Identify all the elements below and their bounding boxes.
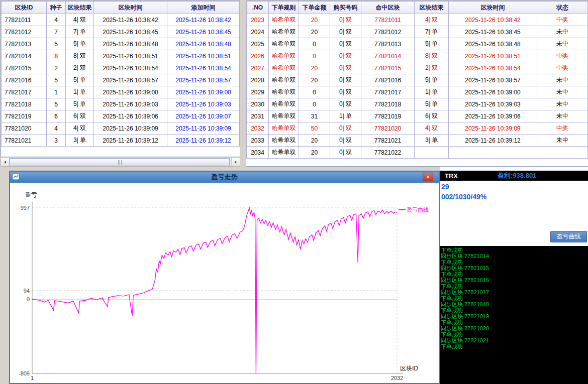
cell: 2025-11-26 10:39:00 <box>94 86 167 98</box>
cell: 77821016 <box>2 74 47 86</box>
cell: 中奖 <box>537 62 588 74</box>
cell: 0| 双 <box>330 26 361 38</box>
cell: 2025-11-26 10:39:07 <box>167 110 240 122</box>
log-line: 同步区块 77821017 <box>441 289 588 295</box>
cell: 中奖 <box>537 50 588 62</box>
cell: 2024 <box>247 26 269 38</box>
cell: 77821021 <box>361 135 415 147</box>
dialog-titlebar[interactable]: 盈亏走势 × <box>10 172 439 183</box>
profit-trend-dialog: 盈亏走势 × 997940-80912032 盈亏曲线 盈亏 区块ID <box>9 171 440 384</box>
table-row[interactable]: 7782102133| 单2025-11-26 10:39:122025-11-… <box>2 135 240 147</box>
column-header[interactable]: 下单金额 <box>299 2 330 14</box>
table-row[interactable]: 2024哈希单双200| 双778210127| 单2025-11-26 10:… <box>247 26 588 38</box>
column-header[interactable]: 区块时间 <box>449 2 537 14</box>
scroll-right-button[interactable] <box>231 158 240 166</box>
block-list-panel: 区块ID种子区块结果区块时间添加时间 7782101144| 双2025-11-… <box>1 1 240 157</box>
table-row[interactable]: 7782102044| 双2025-11-26 10:39:092025-11-… <box>2 122 240 135</box>
cell: 未中 <box>537 98 588 110</box>
table-row[interactable]: 2027哈希单双200| 双778210152| 双2025-11-26 10:… <box>247 62 588 74</box>
cell: 5| 单 <box>415 74 449 86</box>
table-row[interactable]: 7782101711| 单2025-11-26 10:39:002025-11-… <box>2 86 240 98</box>
cell: 77821017 <box>2 86 47 98</box>
cell: 2025-11-26 10:38:45 <box>94 26 167 38</box>
scroll-left-button[interactable] <box>1 158 10 166</box>
log-line: 同步区块 77821021 <box>441 337 588 343</box>
cell: 2025-11-26 10:38:48 <box>94 38 167 50</box>
column-header[interactable]: 状态 <box>537 2 588 14</box>
table-row[interactable]: 2025哈希单双00| 双778210135| 单2025-11-26 10:3… <box>247 38 588 50</box>
svg-text:0: 0 <box>27 296 30 302</box>
cell: 2023 <box>247 14 269 26</box>
column-header[interactable]: 区块结果 <box>66 2 94 14</box>
cell <box>537 147 588 159</box>
column-header[interactable]: 区块结果 <box>415 2 449 14</box>
table-header-row: 区块ID种子区块结果区块时间添加时间 <box>2 2 240 14</box>
column-header[interactable]: 区块ID <box>2 2 47 14</box>
column-header[interactable]: 区块时间 <box>94 2 167 14</box>
table-row[interactable]: 7782101655| 单2025-11-26 10:38:572025-11-… <box>2 74 240 86</box>
cell: 8| 双 <box>415 50 449 62</box>
stat-line-1: 29 <box>441 182 486 192</box>
table-row[interactable]: 2032哈希单双500| 双778210204| 双2025-11-26 10:… <box>247 122 588 135</box>
cell: 2031 <box>247 110 269 122</box>
table-row[interactable]: 7782101966| 双2025-11-26 10:39:062025-11-… <box>2 110 240 122</box>
table-row[interactable]: 2034哈希单双200| 双77821022 <box>247 147 588 159</box>
y-axis-title: 盈亏 <box>25 191 37 198</box>
table-row[interactable]: 2028哈希单双200| 双778210165| 单2025-11-26 10:… <box>247 74 588 86</box>
table-row[interactable]: 2030哈希单双00| 双778210185| 单2025-11-26 10:3… <box>247 98 588 110</box>
column-header[interactable]: 种子 <box>47 2 66 14</box>
column-header[interactable]: 添加时间 <box>167 2 240 14</box>
table-row[interactable]: 2023哈希单双200| 双778210114| 双2025-11-26 10:… <box>247 14 588 26</box>
cell: 2025-11-26 10:39:09 <box>167 122 240 135</box>
table-row[interactable]: 2029哈希单双00| 双778210171| 单2025-11-26 10:3… <box>247 86 588 98</box>
cell: 2025-11-26 10:38:57 <box>449 74 537 86</box>
cell: 2025-11-26 10:38:51 <box>94 50 167 62</box>
table-header-row: .NO下单规则下单金额购买号码命中区块区块结果区块时间状态 <box>247 2 588 14</box>
cell: 2025-11-26 10:39:00 <box>449 86 537 98</box>
cell: 3 <box>47 135 66 147</box>
cell: 2025-11-26 10:39:12 <box>167 135 240 147</box>
table-row[interactable]: 7782101355| 单2025-11-26 10:38:482025-11-… <box>2 38 240 50</box>
cell: 0| 双 <box>330 38 361 50</box>
table-row[interactable]: 2026哈希单双00| 双778210148| 双2025-11-26 10:3… <box>247 50 588 62</box>
table-row[interactable]: 7782101144| 双2025-11-26 10:38:422025-11-… <box>2 14 240 26</box>
cell: 哈希单双 <box>269 147 299 159</box>
table-row[interactable]: 7782101855| 单2025-11-26 10:39:032025-11-… <box>2 98 240 110</box>
cell: 0| 双 <box>330 98 361 110</box>
log-line: 下单成功 <box>441 343 588 349</box>
table-row[interactable]: 2033哈希单双200| 双778210213| 单2025-11-26 10:… <box>247 135 588 147</box>
close-button[interactable]: × <box>423 173 433 181</box>
cell: 77821019 <box>2 110 47 122</box>
cell: 4 <box>47 14 66 26</box>
column-header[interactable]: .NO <box>247 2 269 14</box>
cell: 2025-11-26 10:38:54 <box>167 62 240 74</box>
cell: 77821018 <box>361 98 415 110</box>
cell: 20 <box>299 14 330 26</box>
scrollbar-track[interactable] <box>10 158 231 166</box>
cell: 0| 双 <box>330 62 361 74</box>
table-row[interactable]: 7782101488| 双2025-11-26 10:38:512025-11-… <box>2 50 240 62</box>
horizontal-scrollbar[interactable] <box>1 158 240 167</box>
chart-legend: 盈亏曲线 <box>399 207 429 213</box>
log-line: 同步区块 77821015 <box>441 265 588 271</box>
table-row[interactable]: 2031哈希单双311| 单778210196| 双2025-11-26 10:… <box>247 110 588 122</box>
cell: 0| 双 <box>330 86 361 98</box>
cell: 2025-11-26 10:39:12 <box>449 135 537 147</box>
cell: 未中 <box>537 86 588 98</box>
table-row[interactable]: 7782101277| 单2025-11-26 10:38:452025-11-… <box>2 26 240 38</box>
cell: 2025-11-26 10:38:45 <box>449 26 537 38</box>
cell: 1| 单 <box>415 86 449 98</box>
table-row[interactable]: 7782101522| 双2025-11-26 10:38:542025-11-… <box>2 62 240 74</box>
cell: 6| 双 <box>415 110 449 122</box>
profit-curve-button[interactable]: 盈亏曲线 <box>550 231 587 242</box>
cell: 0| 双 <box>330 135 361 147</box>
cell: 未中 <box>537 26 588 38</box>
column-header[interactable]: 命中区块 <box>361 2 415 14</box>
column-header[interactable]: 购买号码 <box>330 2 361 14</box>
cell: 2025-11-26 10:38:48 <box>167 38 240 50</box>
cell: 2| 双 <box>66 62 94 74</box>
column-header[interactable]: 下单规则 <box>269 2 299 14</box>
console-log: 下单成功同步区块 77821014下单成功同步区块 77821015下单成功同步… <box>440 246 588 384</box>
cell: 0 <box>299 38 330 50</box>
scrollbar-thumb[interactable] <box>10 158 230 166</box>
